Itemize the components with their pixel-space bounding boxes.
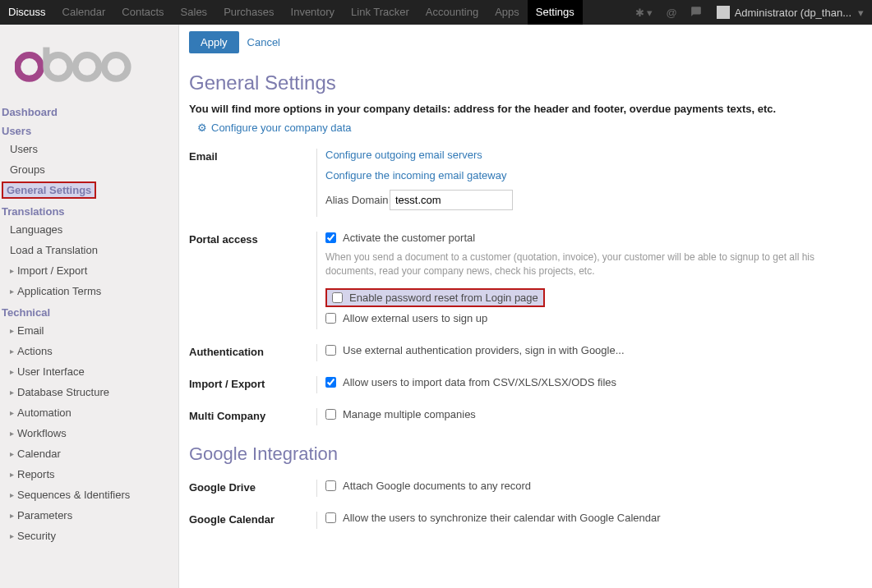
activate-portal-checkbox[interactable] <box>325 232 336 243</box>
caret-right-icon: ▸ <box>10 470 14 479</box>
sidebar-item-automation[interactable]: ▸Automation <box>0 402 178 423</box>
external-auth-label: Use external authentication providers, s… <box>343 344 625 356</box>
sidebar-item-parameters[interactable]: ▸Parameters <box>0 505 178 526</box>
sidebar-item-database-structure[interactable]: ▸Database Structure <box>0 382 178 402</box>
topnav-item-calendar[interactable]: Calendar <box>54 0 114 25</box>
at-icon[interactable]: @ <box>659 7 683 19</box>
sidebar-item-users[interactable]: Users <box>0 139 178 159</box>
topnav-item-accounting[interactable]: Accounting <box>418 0 487 25</box>
import-section-label: Import / Export <box>189 376 316 393</box>
gcal-label: Allow the users to synchronize their cal… <box>343 512 661 524</box>
page-title: General Settings <box>189 71 862 94</box>
alias-domain-input[interactable] <box>390 190 513 210</box>
sidebar-item-security[interactable]: ▸Security <box>0 526 178 546</box>
caret-down-icon: ▾ <box>858 7 864 19</box>
allow-signup-checkbox[interactable] <box>325 313 336 324</box>
page-subtitle: You will find more options in your compa… <box>189 103 862 115</box>
topnav-item-discuss[interactable]: Discuss <box>0 0 54 25</box>
incoming-email-link[interactable]: Configure the incoming email gateway <box>325 169 506 181</box>
alias-domain-label: Alias Domain <box>325 194 390 206</box>
sidebar-item-actions[interactable]: ▸Actions <box>0 341 178 361</box>
user-name: Administrator (dp_than... <box>735 7 851 19</box>
sidebar-item-calendar[interactable]: ▸Calendar <box>0 443 178 464</box>
sidebar-item-email[interactable]: ▸Email <box>0 320 178 341</box>
gdrive-checkbox[interactable] <box>325 480 336 491</box>
logo <box>0 25 178 101</box>
caret-right-icon: ▸ <box>10 408 14 417</box>
multicompany-label: Manage multiple companies <box>343 408 476 420</box>
email-section-label: Email <box>189 149 316 217</box>
google-integration-title: Google Integration <box>189 443 862 465</box>
caret-right-icon: ▸ <box>10 388 14 397</box>
sidebar-item-import-export[interactable]: ▸Import / Export <box>0 260 178 281</box>
sidebar-section-translations[interactable]: Translations <box>0 200 178 219</box>
allow-import-label: Allow users to import data from CSV/XLS/… <box>343 376 616 388</box>
gcal-checkbox[interactable] <box>325 512 336 523</box>
sidebar: DashboardUsersUsersGroupsGeneral Setting… <box>0 25 179 588</box>
sidebar-item-reports[interactable]: ▸Reports <box>0 464 178 485</box>
apply-button[interactable]: Apply <box>189 31 239 53</box>
auth-section-label: Authentication <box>189 344 316 361</box>
sidebar-item-workflows[interactable]: ▸Workflows <box>0 423 178 443</box>
multicompany-checkbox[interactable] <box>325 409 336 420</box>
chat-icon[interactable] <box>684 6 708 20</box>
topnav-item-settings[interactable]: Settings <box>528 0 583 25</box>
sidebar-item-application-terms[interactable]: ▸Application Terms <box>0 281 178 301</box>
topnav-item-sales[interactable]: Sales <box>173 0 216 25</box>
sidebar-item-languages[interactable]: Languages <box>0 219 178 240</box>
content: Apply Cancel General Settings You will f… <box>179 25 872 588</box>
topnav-item-purchases[interactable]: Purchases <box>215 0 282 25</box>
caret-right-icon: ▸ <box>10 531 14 540</box>
caret-right-icon: ▸ <box>10 326 14 335</box>
action-bar: Apply Cancel <box>179 25 872 60</box>
sidebar-section-dashboard[interactable]: Dashboard <box>0 101 178 120</box>
multicompany-section-label: Multi Company <box>189 408 316 425</box>
sidebar-item-user-interface[interactable]: ▸User Interface <box>0 361 178 382</box>
topnav-item-contacts[interactable]: Contacts <box>113 0 172 25</box>
sidebar-section-users[interactable]: Users <box>0 120 178 139</box>
topnav-item-link-tracker[interactable]: Link Tracker <box>343 0 418 25</box>
gcal-section-label: Google Calendar <box>189 512 316 529</box>
avatar <box>717 6 730 19</box>
svg-point-1 <box>76 55 99 79</box>
caret-right-icon: ▸ <box>10 266 14 275</box>
sidebar-section-technical[interactable]: Technical <box>0 301 178 320</box>
topnav-item-apps[interactable]: Apps <box>487 0 528 25</box>
sidebar-item-load-a-translation[interactable]: Load a Translation <box>0 240 178 260</box>
gdrive-label: Attach Google documents to any record <box>343 480 531 492</box>
caret-right-icon: ▸ <box>10 490 14 499</box>
portal-section-label: Portal access <box>189 232 316 329</box>
portal-help-text: When you send a document to a customer (… <box>325 250 862 278</box>
caret-right-icon: ▸ <box>10 287 14 296</box>
activate-portal-label: Activate the customer portal <box>343 232 475 244</box>
svg-point-2 <box>104 55 128 79</box>
config-company-link[interactable]: ⚙ Configure your company data <box>197 122 352 134</box>
allow-import-checkbox[interactable] <box>325 377 336 388</box>
outgoing-email-link[interactable]: Configure outgoing email servers <box>325 149 482 161</box>
caret-right-icon: ▸ <box>10 367 14 376</box>
cancel-button[interactable]: Cancel <box>247 36 280 48</box>
sidebar-item-sequences-identifiers[interactable]: ▸Sequences & Identifiers <box>0 485 178 505</box>
top-nav: DiscussCalendarContactsSalesPurchasesInv… <box>0 0 872 25</box>
gear-icon: ⚙ <box>197 122 207 134</box>
external-auth-checkbox[interactable] <box>325 345 336 356</box>
enable-password-reset-checkbox[interactable] <box>332 292 343 303</box>
topnav-item-inventory[interactable]: Inventory <box>283 0 343 25</box>
caret-right-icon: ▸ <box>10 347 14 356</box>
sidebar-item-groups[interactable]: Groups <box>0 159 178 180</box>
gdrive-section-label: Google Drive <box>189 480 316 497</box>
svg-point-0 <box>17 55 41 79</box>
sidebar-section-general-settings[interactable]: General Settings <box>2 181 96 199</box>
caret-right-icon: ▸ <box>10 511 14 520</box>
allow-signup-label: Allow external users to sign up <box>343 312 487 324</box>
user-menu[interactable]: Administrator (dp_than... ▾ <box>708 6 872 19</box>
bug-icon[interactable]: ✱ ▾ <box>629 7 660 19</box>
caret-right-icon: ▸ <box>10 429 14 438</box>
enable-password-reset-label: Enable password reset from Login page <box>349 292 538 304</box>
caret-right-icon: ▸ <box>10 449 14 458</box>
